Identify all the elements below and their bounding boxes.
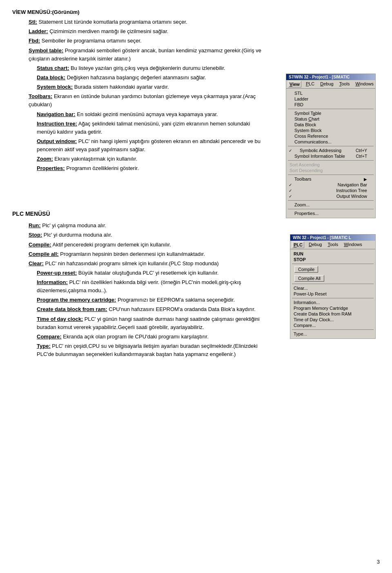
plc-item-run: Run: Plc' yi çalışma moduna alır. xyxy=(29,222,270,230)
plc-item-time-of-day: Time of day clock: PLC' yi günün hangi s… xyxy=(37,315,270,331)
plc-compile-all-btn-wrap: Compile All xyxy=(292,274,374,282)
view-panel-body: STL Ladder FBD Symbol Table Status Chart… xyxy=(286,89,375,218)
view-item-system-block: System block: Burada sistem hakkındaki a… xyxy=(37,83,270,91)
plc-menu-plc[interactable]: PLC xyxy=(292,242,304,248)
plc-item-clear: Clear: PLC' nin hafızasındaki programı s… xyxy=(29,260,270,268)
plc-item-type: Type: PLC' nin çeşidi,CPU su ve bilgisay… xyxy=(37,342,270,358)
view-panel-title-text: S7/WIN 32 - Project1 - [SIMATIC xyxy=(289,75,350,79)
plc-menu-item-create-data-block[interactable]: Create Data Block from RAM xyxy=(290,311,375,317)
plc-section-title: PLC MENÜSÜ xyxy=(12,210,270,219)
view-menu-item-sort-asc: Sort Ascending xyxy=(286,162,375,168)
view-menu-item-communications[interactable]: Communications... xyxy=(286,139,375,145)
plc-section: PLC MENÜSÜ Run: Plc' yi çalışma moduna a… xyxy=(12,210,380,359)
view-menu-debug[interactable]: Debug xyxy=(319,81,334,87)
view-menu-tools[interactable]: Tools xyxy=(338,81,351,87)
view-section: VİEW MENÜSÜ:(Görünüm) Stl: Statement Lis… xyxy=(12,8,380,173)
view-separator-5 xyxy=(288,200,374,201)
plc-screenshot-panel: WIN 32 - Project1 - [SIMATIC L PLC Debug… xyxy=(290,234,376,339)
plc-item-compile: Compile: Aktif penceredeki programı derl… xyxy=(29,241,270,249)
plc-menu-item-program-memory[interactable]: Program Memory Cartridge xyxy=(290,305,375,311)
plc-panel-title-text: WIN 32 - Project1 - [SIMATIC L xyxy=(293,235,351,240)
plc-separator-4 xyxy=(292,329,374,330)
plc-text-block: PLC MENÜSÜ Run: Plc' yi çalışma moduna a… xyxy=(12,210,270,359)
plc-menu-item-power-up-reset[interactable]: Power-Up Reset xyxy=(290,291,375,297)
view-item-fbd: Fbd: Semboller ile programlama ortamını … xyxy=(29,37,270,45)
plc-item-create-data-block: Create data block from ram: CPU'nun hafı… xyxy=(37,305,270,313)
view-item-navigation-bar: Navigation bar: En soldaki gezinti menüs… xyxy=(37,110,270,119)
view-separator-3 xyxy=(288,160,374,161)
view-text-block: VİEW MENÜSÜ:(Görünüm) Stl: Statement Lis… xyxy=(12,8,270,173)
view-separator-1 xyxy=(288,109,374,109)
view-menu-item-fbd[interactable]: FBD xyxy=(286,102,375,107)
plc-menu-item-compare[interactable]: Compare... xyxy=(290,322,375,328)
view-menu-item-symbolic-addressing[interactable]: Symbolic AddressingCtrl+Y xyxy=(286,148,375,153)
plc-panel-titlebar: WIN 32 - Project1 - [SIMATIC L xyxy=(290,235,375,241)
plc-item-memory-cartridge: Program the memory cartridge: Programını… xyxy=(37,296,270,304)
view-item-instruction-tree: Instruction tree: Ağaç şeklindeki talima… xyxy=(37,120,270,136)
view-menu-item-stl[interactable]: STL xyxy=(286,90,375,96)
page: VİEW MENÜSÜ:(Görünüm) Stl: Statement Lis… xyxy=(0,0,392,573)
plc-item-information: Information: PLC' nin özellikleri hakkın… xyxy=(37,278,270,295)
view-item-zoom: Zoom: Ekranı yakınlaştırmak için kullanı… xyxy=(37,155,270,163)
page-number: 3 xyxy=(377,559,380,565)
plc-menu-windows[interactable]: Windows xyxy=(343,242,363,248)
view-separator-2 xyxy=(288,146,374,146)
view-menu-item-zoom[interactable]: Zoom... xyxy=(286,202,375,208)
plc-menu-tools[interactable]: Tools xyxy=(326,242,339,248)
plc-item-compile-all: Compile all: Programların hepsinin birde… xyxy=(29,250,270,258)
plc-separator-1 xyxy=(292,264,374,264)
view-item-data-block: Data block: Değişken hafızasına başlangı… xyxy=(37,74,270,82)
view-item-status-chart: Status chart: Bu listeye yazılan giriş,ç… xyxy=(37,64,270,72)
view-menu-item-ladder[interactable]: Ladder xyxy=(286,96,375,102)
view-menu-item-data-block[interactable]: Data Block xyxy=(286,122,375,128)
plc-menu-debug[interactable]: Debug xyxy=(307,242,323,248)
view-item-ladder: Ladder: Çizimimizin merdiven mantığı ile… xyxy=(29,27,270,36)
plc-separator-2 xyxy=(292,284,374,284)
view-separator-4 xyxy=(288,175,374,175)
view-item-properties: Properties: Programın özelliklerini göst… xyxy=(37,164,270,172)
view-menu-item-status-chart[interactable]: Status Chart xyxy=(286,116,375,122)
view-section-heading: VİEW MENÜSÜ:(Görünüm) xyxy=(12,8,270,16)
view-menu-plc[interactable]: PLC xyxy=(305,81,316,87)
plc-panel-body: RUN STOP Compile Compile All Clear... Po… xyxy=(290,249,375,338)
view-menu-item-nav-bar[interactable]: Navigation Bar xyxy=(286,182,375,188)
view-panel-menubar: View PLC Debug Tools Windows xyxy=(286,80,375,89)
view-heading-text: VİEW MENÜSÜ:(Görünüm) xyxy=(12,9,80,15)
view-item-symbol-table: Symbol table: Programdaki sembolleri gös… xyxy=(29,47,270,63)
plc-item-stop: Stop: Plc' yi durdurma moduna alır. xyxy=(29,231,270,239)
plc-menu-item-clear[interactable]: Clear... xyxy=(290,285,375,291)
view-screenshot-panel: S7/WIN 32 - Project1 - [SIMATIC View PLC… xyxy=(286,74,376,218)
view-menu-item-instr-tree[interactable]: Instruction Tree xyxy=(286,188,375,193)
view-menu-item-symbol-info-table[interactable]: Symbol Information TableCtrl+T xyxy=(286,153,375,159)
view-panel-titlebar: S7/WIN 32 - Project1 - [SIMATIC xyxy=(286,74,375,80)
plc-btn-compile-all[interactable]: Compile All xyxy=(294,275,324,282)
plc-btn-compile[interactable]: Compile xyxy=(294,266,318,273)
view-menu-item-symbol-table[interactable]: Symbol Table xyxy=(286,110,375,116)
view-menu-item-toolbars[interactable]: Toolbars▶ xyxy=(286,176,375,182)
view-menu-item-sort-desc: Sort Descending xyxy=(286,168,375,173)
plc-panel-menubar: PLC Debug Tools Windows xyxy=(290,241,375,249)
plc-separator-3 xyxy=(292,298,374,298)
plc-menu-item-time-of-day[interactable]: Time of Day Clock... xyxy=(290,317,375,322)
plc-compile-btn-wrap: Compile xyxy=(292,265,374,273)
view-item-toolbars: Toolbars: Ekranın en üstünde bulunan yar… xyxy=(29,92,270,109)
plc-item-compare: Compare: Ekranda açık olan program ile C… xyxy=(37,333,270,341)
view-menu-item-output-window[interactable]: Output Window xyxy=(286,193,375,199)
plc-menu-item-run[interactable]: RUN xyxy=(290,251,375,257)
view-item-output-window: Output window: PLC' nin hangi işlemi yap… xyxy=(37,137,270,154)
plc-menu-item-stop[interactable]: STOP xyxy=(290,257,375,262)
view-menu-item-cross-ref[interactable]: Cross Reference xyxy=(286,133,375,139)
plc-item-power-up-reset: Power-up reset: Büyük hatalar oluştuğund… xyxy=(37,269,270,277)
plc-menu-item-type[interactable]: Type... xyxy=(290,331,375,337)
view-item-stl: Stl: Statement List türünde komutlarla p… xyxy=(29,18,270,26)
plc-menu-item-information[interactable]: Information... xyxy=(290,300,375,305)
view-menu-view[interactable]: View xyxy=(288,81,301,87)
view-menu-item-system-block[interactable]: System Block xyxy=(286,128,375,133)
view-menu-windows[interactable]: Windows xyxy=(354,81,375,87)
